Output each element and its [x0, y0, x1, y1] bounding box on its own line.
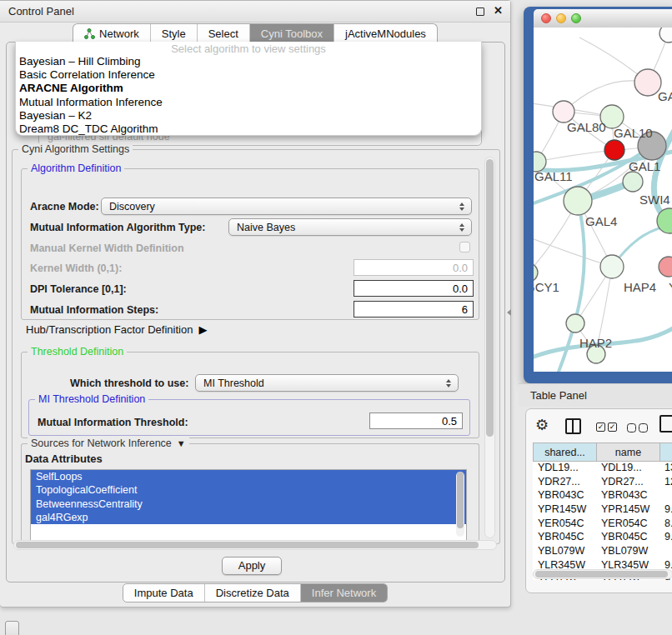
node-swi4[interactable]	[623, 172, 643, 192]
node-label: Y	[669, 280, 672, 294]
control-panel-title: Control Panel	[8, 5, 74, 18]
chevron-down-icon: ▼	[177, 438, 186, 448]
tab-jactivemnodules[interactable]: jActiveMNodules	[334, 24, 437, 43]
kernel-width-input[interactable]	[354, 259, 474, 276]
settings-group-title: Cyni Algorithm Settings	[18, 143, 133, 155]
cyni-algorithm-settings-group: Cyni Algorithm Settings Algorithm Defini…	[12, 149, 500, 544]
mi-steps-input[interactable]	[354, 301, 474, 318]
table-row[interactable]: YPR145WYPR145W9.	[533, 503, 672, 518]
node-label: GAL80	[567, 120, 606, 134]
table-panel-title: Table Panel	[530, 389, 587, 402]
mi-threshold-input[interactable]	[369, 412, 463, 429]
algorithm-option[interactable]: Bayesian – Hill Climbing	[16, 55, 481, 68]
node-label: GCY1	[534, 280, 559, 294]
column-header-shared-name[interactable]: shared...	[534, 443, 597, 461]
float-window-icon[interactable]	[476, 8, 484, 16]
algorithm-option[interactable]: Dream8 DC_TDC Algorithm	[16, 122, 481, 136]
table-row[interactable]: YDL19...YDL19...13	[533, 462, 672, 476]
tab-cyni-toolbox[interactable]: Cyni Toolbox	[250, 24, 334, 43]
show-checked-columns-icon[interactable]: ✓ ✓	[596, 422, 617, 432]
bottom-tabbar: Impute Data Discretize Data Infer Networ…	[0, 583, 510, 603]
network-icon	[84, 28, 95, 39]
gear-icon[interactable]: ⚙	[535, 416, 549, 434]
tab-impute-data[interactable]: Impute Data	[123, 584, 205, 602]
node-label: GAL4	[585, 214, 617, 228]
table-row[interactable]: YBR045CYBR045C9.	[533, 531, 672, 545]
node-red-selected[interactable]	[604, 140, 624, 160]
close-traffic-light-icon[interactable]	[541, 13, 551, 23]
aracne-mode-combobox[interactable]: Discovery	[101, 198, 472, 215]
hub-definition-expander[interactable]: Hub/Transcription Factor Definition ▶	[26, 323, 207, 336]
data-attributes-list[interactable]: SelfLoops TopologicalCoefficient Between…	[30, 469, 467, 542]
export-file-icon[interactable]	[659, 415, 672, 432]
sources-group-title[interactable]: Sources for Network Inference ▼	[28, 438, 189, 449]
which-threshold-label: Which threshold to use:	[70, 378, 188, 389]
threshold-definition-title: Threshold Definition	[28, 346, 127, 358]
node-salmon[interactable]	[659, 257, 672, 277]
node-hap2[interactable]	[566, 314, 584, 332]
sources-group: Sources for Network Inference ▼ Data Att…	[21, 443, 479, 545]
close-icon[interactable]: ✕	[494, 4, 503, 17]
manual-kernel-checkbox[interactable]	[459, 242, 470, 252]
list-item[interactable]: gal4RGexp	[31, 511, 466, 524]
table-row[interactable]: YBL079WYBL079W	[533, 545, 672, 559]
control-panel: Control Panel ✕ Network	[0, 0, 511, 608]
algorithm-definition-title: Algorithm Definition	[28, 162, 124, 174]
tab-discretize-data[interactable]: Discretize Data	[205, 584, 301, 602]
apply-button[interactable]: Apply	[222, 557, 282, 575]
table-row[interactable]: YDR27...YDR27...12	[533, 476, 672, 490]
settings-horizontal-scrollbar[interactable]	[13, 540, 497, 550]
list-vertical-scrollbar[interactable]	[456, 472, 464, 537]
network-canvas[interactable]: GAL GAL80 GAL10 GAL1 GAL11 SWI4 GAL4 GCY…	[534, 28, 672, 372]
list-item[interactable]: TopologicalCoefficient	[31, 483, 466, 497]
panel-divider-collapse-icon[interactable]	[507, 309, 511, 316]
combo-arrows-icon	[455, 202, 469, 211]
zoom-traffic-light-icon[interactable]	[571, 13, 581, 23]
threshold-definition-group: Threshold Definition Which threshold to …	[21, 352, 479, 438]
tab-network-label: Network	[99, 28, 139, 40]
node-attribute-table: shared... name A YDL19...YDL19...13 YDR2…	[533, 442, 672, 580]
node-gal4[interactable]	[564, 187, 592, 215]
split-columns-icon[interactable]	[565, 418, 581, 434]
node-gcy1[interactable]	[534, 263, 538, 282]
node[interactable]	[659, 28, 672, 42]
tab-infer-network[interactable]: Infer Network	[301, 584, 387, 602]
column-header[interactable]: A	[660, 443, 672, 461]
algorithm-option-selected[interactable]: ARACNE Algorithm	[16, 82, 481, 95]
settings-vertical-scrollbar[interactable]	[484, 157, 495, 538]
window-grip-icon	[5, 621, 19, 635]
dpi-tolerance-label: DPI Tolerance [0,1]:	[30, 283, 127, 295]
node-label: GAL	[658, 89, 672, 103]
tab-network[interactable]: Network	[73, 24, 151, 43]
mi-threshold-definition-group: MI Threshold Definition Mutual Informati…	[28, 399, 470, 436]
node-label: GAL1	[629, 159, 660, 173]
kernel-width-label: Kernel Width (0,1):	[30, 262, 122, 274]
tab-select[interactable]: Select	[198, 24, 250, 43]
algorithm-option[interactable]: Bayesian – K2	[16, 109, 481, 122]
algorithm-option[interactable]: Mutual Information Inference	[16, 96, 481, 109]
minimize-traffic-light-icon[interactable]	[556, 13, 566, 23]
manual-kernel-label: Manual Kernel Width Definition	[30, 242, 184, 254]
network-graph: GAL GAL80 GAL10 GAL1 GAL11 SWI4 GAL4 GCY…	[534, 28, 672, 372]
node-label: SWI4	[639, 192, 670, 207]
screenshot-root: Control Panel ✕ Network	[0, 0, 672, 635]
chevron-right-icon: ▶	[198, 323, 207, 336]
combo-arrows-icon	[442, 379, 455, 388]
table-row[interactable]: YBR043CYBR043C	[533, 489, 672, 503]
tab-style[interactable]: Style	[151, 24, 198, 43]
table-row[interactable]: YER054CYER054C8.	[533, 518, 672, 532]
list-item[interactable]: SelfLoops	[31, 470, 466, 483]
hide-columns-icon[interactable]	[627, 423, 648, 432]
combo-arrows-icon	[455, 223, 469, 232]
network-view-window: GAL GAL80 GAL10 GAL1 GAL11 SWI4 GAL4 GCY…	[524, 7, 672, 383]
node-label: HAP4	[624, 280, 656, 294]
table-horizontal-scrollbar[interactable]	[533, 569, 672, 579]
mi-type-combobox[interactable]: Naive Bayes	[228, 218, 472, 236]
node-hap4[interactable]	[600, 255, 624, 278]
dpi-tolerance-input[interactable]	[354, 280, 474, 297]
algorithm-option[interactable]: Basic Correlation Inference	[16, 68, 481, 82]
column-header-name[interactable]: name	[597, 443, 660, 461]
which-threshold-combobox[interactable]: MI Threshold	[195, 374, 459, 392]
mi-threshold-definition-title: MI Threshold Definition	[35, 393, 148, 405]
list-item[interactable]: BetweennessCentrality	[31, 498, 466, 511]
